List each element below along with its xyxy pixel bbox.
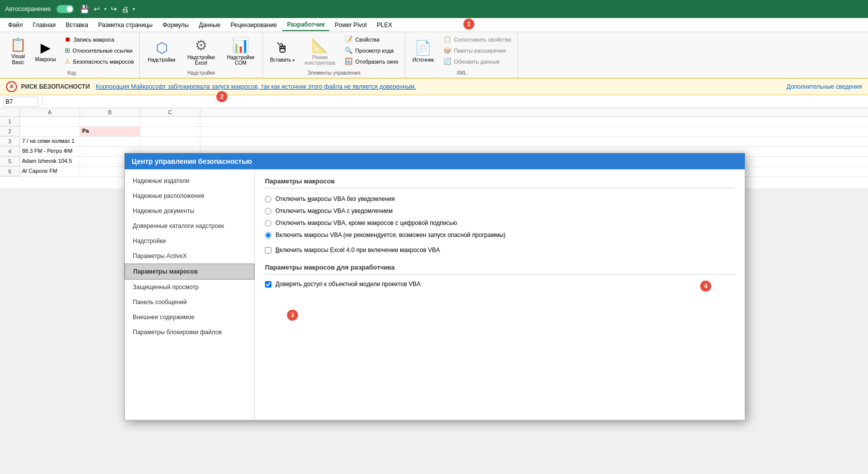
cell-b1[interactable] bbox=[80, 117, 140, 126]
ribbon-group-controls: 🖱 Вставить ▾ 📐 Режимконструктора 📝 Свойс… bbox=[263, 32, 406, 78]
menu-bar: Файл Главная Вставка Разметка страницы Ф… bbox=[0, 18, 868, 32]
source-icon: 📄 bbox=[414, 40, 432, 56]
code-small-buttons: ⏺ Запись макроса ⊞ Относительные ссылки … bbox=[61, 34, 138, 67]
menu-developer[interactable]: Разработчик bbox=[282, 19, 330, 31]
col-headers: A B C bbox=[0, 108, 868, 117]
macro-security-icon: ⚠ bbox=[65, 58, 71, 65]
col-header-c: C bbox=[140, 108, 200, 116]
menu-plex[interactable]: PLEX bbox=[372, 20, 397, 31]
addins-icon: ⬡ bbox=[156, 40, 168, 56]
cell-c1[interactable] bbox=[140, 117, 200, 126]
insert-control-icon: 🖱 bbox=[275, 40, 289, 56]
undo-dropdown-icon[interactable]: ▾ bbox=[104, 7, 107, 12]
table-row: 2 Ра bbox=[0, 127, 868, 137]
autosave-toggle[interactable] bbox=[57, 5, 74, 13]
table-row: 3 7 / на семи холмах 1 bbox=[0, 137, 868, 147]
refresh-data-icon: 🔄 bbox=[443, 58, 451, 65]
excel-addins-icon: ⚙ bbox=[195, 37, 207, 54]
col-header-a: A bbox=[20, 108, 80, 116]
formula-bar bbox=[0, 95, 868, 108]
toolbar-icons: 💾 ↩ ▾ ↪ 🖨 ▾ bbox=[80, 5, 135, 14]
ribbon-group-xml: 📄 Источник 📋 Сопоставить свойства 📦 Паке… bbox=[405, 32, 518, 78]
title-bar: Автосохранение 💾 ↩ ▾ ↪ 🖨 ▾ bbox=[0, 0, 868, 18]
menu-insert[interactable]: Вставка bbox=[61, 20, 93, 31]
cell-b3[interactable] bbox=[80, 137, 140, 146]
btn-map-properties[interactable]: 📋 Сопоставить свойства bbox=[441, 34, 513, 45]
autosave-label: Автосохранение bbox=[5, 6, 51, 13]
name-box[interactable] bbox=[3, 97, 38, 107]
btn-excel-addins[interactable]: ⚙ НадстройкиExcel bbox=[183, 34, 219, 68]
relative-refs-icon: ⊞ bbox=[65, 47, 70, 54]
menu-home[interactable]: Главная bbox=[28, 20, 61, 31]
redo-icon[interactable]: ↪ bbox=[111, 5, 117, 14]
dialog-title-bar: Центр управления безопасностью bbox=[125, 153, 745, 169]
trust-center-dialog[interactable]: Центр управления безопасностью Надежные … bbox=[124, 153, 745, 188]
com-addins-icon: 📊 bbox=[232, 37, 249, 54]
visual-basic-icon: 📋 bbox=[10, 37, 26, 53]
menu-power-pivot[interactable]: Power Pivot bbox=[330, 20, 372, 31]
cell-a5[interactable]: Adam Izhevsk 104.5 bbox=[20, 157, 80, 166]
btn-macros[interactable]: ▶ Макросы bbox=[31, 34, 60, 68]
view-code-icon: 🔍 bbox=[345, 47, 353, 54]
corner-cell bbox=[0, 108, 20, 116]
menu-data[interactable]: Данные bbox=[194, 20, 225, 31]
cell-b2[interactable]: Ра bbox=[80, 127, 140, 136]
badge-1: 1 bbox=[463, 19, 474, 30]
cell-c2[interactable] bbox=[140, 127, 200, 136]
undo-icon[interactable]: ↩ bbox=[94, 5, 100, 14]
btn-refresh-data[interactable]: 🔄 Обновить данные bbox=[441, 56, 513, 67]
btn-com-addins[interactable]: 📊 НадстройкиCOM bbox=[223, 34, 258, 68]
properties-icon: 📝 bbox=[345, 36, 353, 43]
map-properties-icon: 📋 bbox=[443, 36, 451, 43]
btn-view-code[interactable]: 🔍 Просмотр кода bbox=[342, 45, 401, 56]
btn-show-window[interactable]: 🪟 Отобразить окно bbox=[342, 56, 401, 67]
dialog-body: Надежные издатели Надежные расположения … bbox=[125, 169, 745, 188]
dialog-title: Центр управления безопасностью bbox=[132, 157, 252, 165]
security-more-btn[interactable]: Дополнительные сведения bbox=[787, 83, 862, 90]
row-header-6: 6 bbox=[0, 167, 20, 176]
ribbon-group-code: 📋 VisualBasic ▶ Макросы ⏺ Запись макроса… bbox=[4, 32, 140, 78]
save-icon[interactable]: 💾 bbox=[80, 5, 90, 14]
btn-relative-refs[interactable]: ⊞ Относительные ссылки bbox=[62, 45, 137, 56]
macros-icon: ▶ bbox=[41, 40, 51, 56]
controls-small-buttons: 📝 Свойства 🔍 Просмотр кода 🪟 Отобразить … bbox=[341, 34, 402, 67]
btn-addins[interactable]: ⬡ Надстройки bbox=[144, 34, 179, 68]
row-header-1: 1 bbox=[0, 117, 20, 126]
formula-divider bbox=[42, 97, 43, 106]
btn-expansion-packs[interactable]: 📦 Пакеты расширения bbox=[441, 45, 513, 56]
cell-a6[interactable]: Al Capone FM bbox=[20, 167, 80, 176]
btn-record-macro[interactable]: ⏺ Запись макроса bbox=[62, 34, 137, 45]
menu-formulas[interactable]: Формулы bbox=[158, 20, 194, 31]
cell-a2[interactable] bbox=[20, 127, 80, 136]
xml-small-buttons: 📋 Сопоставить свойства 📦 Пакеты расширен… bbox=[440, 34, 514, 67]
security-message[interactable]: Корпорация Майкрософт заблокировала запу… bbox=[96, 83, 416, 90]
menu-review[interactable]: Рецензирование bbox=[225, 20, 282, 31]
design-mode-icon: 📐 bbox=[311, 37, 329, 54]
ribbon-group-code-label: Код bbox=[6, 69, 137, 78]
ribbon-group-addins: ⬡ Надстройки ⚙ НадстройкиExcel 📊 Надстро… bbox=[140, 32, 263, 78]
btn-source[interactable]: 📄 Источник bbox=[408, 34, 438, 68]
cell-c3[interactable] bbox=[140, 137, 200, 146]
row-header-5: 5 bbox=[0, 157, 20, 166]
btn-macro-security[interactable]: ⚠ Безопасность макросов bbox=[62, 56, 137, 67]
btn-design-mode[interactable]: 📐 Режимконструктора bbox=[301, 34, 339, 68]
dialog-content: Параметры макросов Отключить макросы VBA… bbox=[255, 169, 745, 188]
toolbar-dropdown-icon[interactable]: ▾ bbox=[133, 7, 135, 12]
security-bar: ✕ РИСК БЕЗОПАСНОСТИ Корпорация Майкрософ… bbox=[0, 78, 868, 95]
ribbon-group-controls-label: Элементы управления bbox=[266, 69, 402, 78]
menu-page-layout[interactable]: Разметка страницы bbox=[93, 20, 158, 31]
btn-visual-basic[interactable]: 📋 VisualBasic bbox=[6, 34, 30, 68]
cell-a4[interactable]: 88.3 FM - Ретро ФМ bbox=[20, 147, 80, 156]
row-header-2: 2 bbox=[0, 127, 20, 136]
badge-2: 2 bbox=[216, 91, 227, 102]
cell-a1[interactable] bbox=[20, 117, 80, 126]
ribbon: 📋 VisualBasic ▶ Макросы ⏺ Запись макроса… bbox=[0, 32, 868, 78]
expansion-packs-icon: 📦 bbox=[443, 47, 451, 54]
print-icon[interactable]: 🖨 bbox=[121, 5, 129, 14]
section1-title: Параметры макросов bbox=[265, 177, 735, 188]
cell-a3[interactable]: 7 / на семи холмах 1 bbox=[20, 137, 80, 146]
btn-insert-control[interactable]: 🖱 Вставить ▾ bbox=[266, 34, 299, 68]
btn-properties[interactable]: 📝 Свойства bbox=[342, 34, 401, 45]
sidebar-item-trusted-publishers[interactable]: Надежные издатели bbox=[125, 173, 254, 188]
menu-file[interactable]: Файл bbox=[3, 20, 28, 31]
